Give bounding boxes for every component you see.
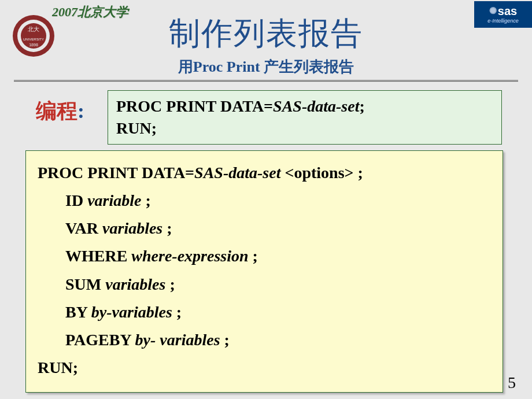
- subtitle-en: Proc Print: [193, 58, 264, 75]
- code-text: BY: [65, 303, 91, 321]
- subtitle-pre: 用: [178, 58, 193, 75]
- code-text: PROC PRINT DATA=: [116, 97, 273, 115]
- code-text: ;: [224, 331, 230, 349]
- page-number: 5: [508, 374, 516, 392]
- code-line: VAR variables ;: [38, 215, 491, 242]
- code-text: WHERE: [65, 247, 131, 265]
- code-text: VAR: [65, 219, 102, 237]
- code-text: ID: [65, 191, 87, 209]
- code-text: SUM: [65, 275, 105, 293]
- code-line: RUN;: [116, 117, 493, 139]
- code-text: PROC PRINT DATA=: [38, 164, 194, 182]
- code-text: ;: [176, 303, 182, 321]
- yellow-code-box: PROC PRINT DATA=SAS-data-set <options> ;…: [25, 150, 503, 393]
- code-text: ;: [169, 275, 175, 293]
- code-text: ;: [145, 191, 150, 209]
- code-italic: SAS-data-set: [194, 164, 280, 182]
- code-text: ;: [167, 219, 172, 237]
- section-label-text: 编程: [36, 99, 77, 123]
- slide-header: 2007北京大学 北大 UNIVERSITY 1898 ✺sas e-Intel…: [0, 0, 532, 81]
- code-italic: by-variables: [91, 303, 176, 321]
- code-text: <options> ;: [280, 164, 363, 182]
- code-line: PAGEBY by- variables ;: [38, 326, 491, 354]
- code-line: PROC PRINT DATA=SAS-data-set;: [116, 95, 493, 117]
- code-text: PAGEBY: [65, 331, 135, 349]
- section-label: 编程:: [36, 97, 84, 125]
- code-italic: SAS-data-set: [273, 97, 359, 115]
- code-line: WHERE where-expression ;: [38, 242, 491, 270]
- header-divider: [14, 80, 518, 82]
- section-label-colon: :: [77, 99, 84, 123]
- green-code-box: PROC PRINT DATA=SAS-data-set; RUN;: [108, 90, 502, 145]
- code-italic: by- variables: [135, 331, 224, 349]
- subtitle-post: 产生列表报告: [264, 58, 354, 75]
- code-italic: variables: [105, 275, 169, 293]
- slide-subtitle: 用Proc Print 产生列表报告: [17, 57, 515, 82]
- slide-title: 制作列表报告: [0, 13, 532, 55]
- code-italic: variables: [102, 219, 167, 237]
- code-line: BY by-variables ;: [38, 298, 491, 326]
- code-italic: where-expression: [131, 247, 252, 265]
- code-line: SUM variables ;: [38, 271, 491, 298]
- code-italic: variable: [87, 191, 145, 209]
- code-text: ;: [253, 247, 258, 265]
- code-text: ;: [359, 97, 364, 115]
- code-line: RUN;: [38, 354, 491, 382]
- code-line: ID variable ;: [38, 187, 491, 215]
- code-line: PROC PRINT DATA=SAS-data-set <options> ;: [38, 159, 491, 187]
